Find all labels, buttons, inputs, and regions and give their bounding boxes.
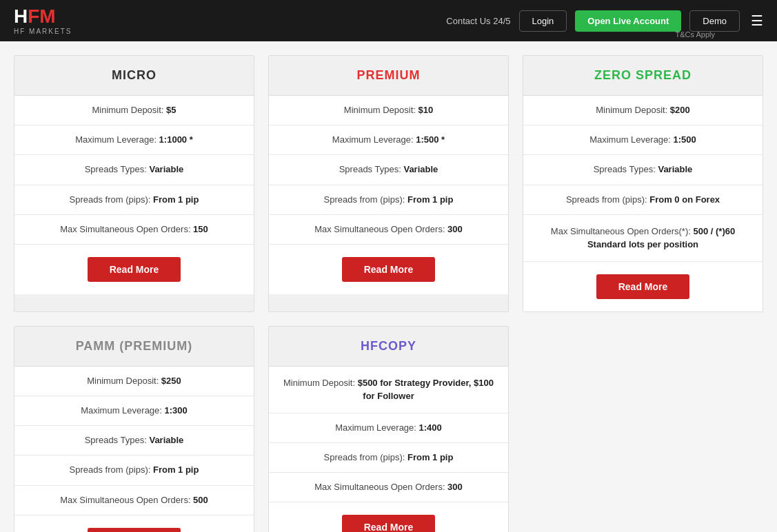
- more-icon[interactable]: ☰: [751, 12, 763, 29]
- card-premium-min-deposit: Minimum Deposit: $10: [269, 96, 508, 125]
- cards-row-2: PAMM (PREMIUM) Minimum Deposit: $250 Max…: [14, 326, 763, 532]
- card-zero-max-orders: Max Simultaneous Open Orders(*): 500 / (…: [523, 215, 763, 262]
- card-zero-spread-header: ZERO SPREAD: [523, 56, 763, 96]
- cards-row-1: MICRO Minimum Deposit: $5 Maximum Levera…: [14, 55, 763, 312]
- card-zero-min-deposit: Minimum Deposit: $200: [523, 96, 763, 125]
- contact-text: Contact Us 24/5: [446, 16, 510, 26]
- read-more-premium-button[interactable]: Read More: [342, 257, 436, 282]
- card-zero-spread: ZERO SPREAD Minimum Deposit: $200 Maximu…: [523, 55, 763, 312]
- card-hfcopy-min-deposit: Minimum Deposit: $500 for Strategy Provi…: [269, 367, 508, 413]
- card-hfcopy: HFCOPY Minimum Deposit: $500 for Strateg…: [268, 326, 509, 532]
- main-content: MICRO Minimum Deposit: $5 Maximum Levera…: [0, 41, 777, 532]
- card-premium-header: PREMIUM: [269, 56, 508, 96]
- card-premium-spread-types: Spreads Types: Variable: [269, 155, 508, 185]
- card-premium: PREMIUM Minimum Deposit: $10 Maximum Lev…: [268, 55, 509, 312]
- card-pamm-spread-types: Spreads Types: Variable: [14, 426, 254, 456]
- card-hfcopy-footer: Read More: [269, 502, 508, 532]
- read-more-micro-button[interactable]: Read More: [88, 257, 181, 282]
- read-more-hfcopy-button[interactable]: Read More: [342, 515, 436, 532]
- card-micro: MICRO Minimum Deposit: $5 Maximum Levera…: [14, 55, 254, 312]
- card-zero-max-leverage: Maximum Leverage: 1:500: [523, 125, 763, 155]
- card-pamm: PAMM (PREMIUM) Minimum Deposit: $250 Max…: [14, 326, 254, 532]
- card-micro-max-leverage: Maximum Leverage: 1:1000 *: [14, 125, 254, 155]
- login-button[interactable]: Login: [519, 10, 567, 32]
- card-micro-max-orders: Max Simultaneous Open Orders: 150: [14, 215, 254, 245]
- card-hfcopy-spreads-from: Spreads from (pips): From 1 pip: [269, 443, 508, 473]
- card-micro-footer: Read More: [14, 245, 254, 294]
- card-hfcopy-title: HFCOPY: [361, 339, 416, 353]
- card-pamm-max-leverage: Maximum Leverage: 1:300: [14, 396, 254, 426]
- card-zero-spread-footer: Read More: [523, 262, 763, 311]
- card-pamm-title: PAMM (PREMIUM): [76, 339, 193, 353]
- logo-text: HFM: [14, 7, 72, 26]
- card-premium-footer: Read More: [269, 245, 508, 294]
- tac-text: T&Cs Apply: [676, 30, 715, 39]
- card-micro-min-deposit: Minimum Deposit: $5: [14, 96, 254, 125]
- card-premium-title: PREMIUM: [357, 68, 421, 82]
- card-premium-spreads-from: Spreads from (pips): From 1 pip: [269, 185, 508, 215]
- card-micro-header: MICRO: [14, 56, 254, 96]
- card-pamm-header: PAMM (PREMIUM): [14, 327, 254, 367]
- open-live-button[interactable]: Open Live Account: [575, 10, 681, 32]
- card-micro-spreads-from: Spreads from (pips): From 1 pip: [14, 185, 254, 215]
- card-hfcopy-max-leverage: Maximum Leverage: 1:400: [269, 413, 508, 443]
- card-zero-spreads-from: Spreads from (pips): From 0 on Forex: [523, 185, 763, 215]
- card-premium-max-leverage: Maximum Leverage: 1:500 *: [269, 125, 508, 155]
- card-hfcopy-max-orders: Max Simultaneous Open Orders: 300: [269, 473, 508, 502]
- card-premium-max-orders: Max Simultaneous Open Orders: 300: [269, 215, 508, 245]
- card-hfcopy-header: HFCOPY: [269, 327, 508, 367]
- card-pamm-spreads-from: Spreads from (pips): From 1 pip: [14, 456, 254, 485]
- card-micro-title: MICRO: [112, 68, 157, 82]
- demo-button[interactable]: Demo: [689, 10, 740, 32]
- card-pamm-max-orders: Max Simultaneous Open Orders: 500: [14, 486, 254, 515]
- card-zero-spread-types: Spreads Types: Variable: [523, 155, 763, 185]
- header-right: Contact Us 24/5 Login Open Live Account …: [446, 10, 763, 32]
- card-pamm-footer: Read More: [14, 515, 254, 532]
- logo: HFM HF MARKETS: [14, 7, 72, 35]
- card-zero-spread-title: ZERO SPREAD: [594, 68, 692, 82]
- card-micro-spread-types: Spreads Types: Variable: [14, 155, 254, 185]
- header: HFM HF MARKETS Contact Us 24/5 Login Ope…: [0, 0, 777, 41]
- logo-sub: HF MARKETS: [14, 28, 72, 35]
- read-more-zero-spread-button[interactable]: Read More: [596, 274, 690, 299]
- read-more-pamm-button[interactable]: Read More: [88, 528, 181, 532]
- card-pamm-min-deposit: Minimum Deposit: $250: [14, 367, 254, 396]
